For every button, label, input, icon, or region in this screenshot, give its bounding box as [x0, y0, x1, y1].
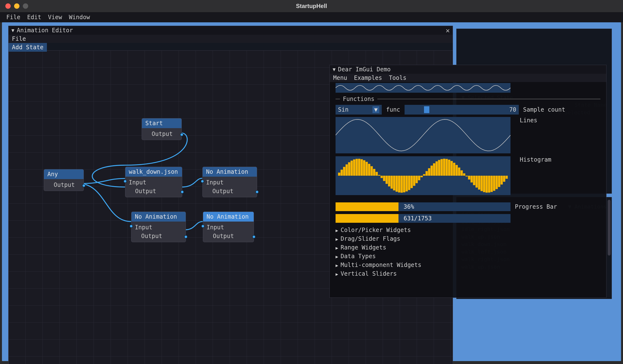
node-noanim-right[interactable]: No Animation Input Output — [202, 167, 257, 197]
port-output[interactable] — [252, 235, 256, 239]
svg-rect-17 — [378, 175, 380, 176]
func-combo[interactable]: Sin ▼ — [335, 105, 382, 115]
svg-rect-23 — [393, 176, 395, 190]
add-state-button[interactable]: Add State — [8, 43, 47, 52]
svg-rect-14 — [371, 166, 373, 176]
mini-plot — [335, 83, 511, 93]
svg-rect-50 — [460, 170, 463, 176]
port-input[interactable] — [201, 224, 205, 228]
imgui-demo-window[interactable]: ▼ Dear ImGui Demo Menu Examples Tools Fu… — [330, 65, 606, 298]
svg-rect-45 — [448, 160, 450, 176]
collapse-icon[interactable]: ▼ — [333, 66, 335, 72]
progress-count-text: 631/1753 — [403, 215, 432, 222]
svg-rect-4 — [346, 164, 348, 176]
port-output[interactable] — [180, 190, 184, 194]
svg-rect-20 — [386, 176, 388, 184]
svg-rect-3 — [343, 167, 345, 176]
lines-plot — [335, 117, 511, 153]
window-title: Animation Editor — [17, 27, 73, 34]
tree-item[interactable]: Drag/Slider Flags — [330, 234, 606, 243]
port-input[interactable] — [201, 180, 204, 183]
svg-rect-40 — [435, 161, 438, 176]
progress-bar-pct: 36% — [335, 202, 511, 211]
port-input[interactable] — [130, 224, 133, 228]
port-output[interactable] — [184, 235, 188, 239]
svg-rect-66 — [501, 176, 503, 184]
lines-label: Lines — [520, 117, 537, 124]
svg-rect-53 — [468, 176, 470, 180]
menu-edit[interactable]: Edit — [27, 14, 41, 21]
svg-rect-16 — [376, 172, 378, 176]
port-input[interactable] — [123, 180, 127, 183]
svg-rect-46 — [450, 161, 453, 176]
menu-file[interactable]: File — [6, 14, 21, 21]
svg-rect-49 — [458, 167, 460, 176]
svg-rect-54 — [470, 176, 473, 182]
func-combo-value: Sin — [338, 106, 348, 113]
tree-item[interactable]: Multi-component Widgets — [330, 261, 606, 269]
node-title: No Animation — [203, 212, 254, 222]
svg-rect-58 — [481, 176, 483, 191]
node-any[interactable]: Any Output — [44, 169, 84, 191]
node-output: Output — [206, 232, 250, 241]
node-input: Input — [206, 178, 253, 187]
progress-bar-count: 631/1753 — [335, 214, 511, 223]
port-output[interactable] — [180, 133, 183, 136]
node-walk-down[interactable]: walk_down.json Input Output — [125, 167, 182, 197]
node-start[interactable]: Start Output — [142, 118, 182, 140]
svg-rect-63 — [493, 176, 495, 191]
collapse-icon[interactable]: ▼ — [11, 27, 14, 33]
svg-rect-43 — [443, 159, 445, 176]
svg-rect-38 — [431, 165, 433, 176]
svg-rect-60 — [486, 176, 488, 193]
svg-rect-19 — [383, 176, 385, 181]
sample-count-label: Sample count — [523, 106, 565, 113]
node-noanim-selected[interactable]: No Animation Input Output — [203, 212, 254, 242]
tree-item[interactable]: Data Types — [330, 252, 606, 261]
node-output: Output — [47, 181, 80, 189]
demo-menu-menu[interactable]: Menu — [333, 75, 347, 81]
svg-rect-31 — [413, 176, 415, 186]
chevron-down-icon: ▼ — [373, 106, 379, 113]
close-icon[interactable]: ✕ — [446, 26, 450, 35]
demo-menu-examples[interactable]: Examples — [354, 75, 382, 81]
sample-count-slider[interactable]: 70 — [404, 105, 519, 115]
svg-rect-48 — [456, 165, 458, 176]
viewport: ▼ Selected State State Name No Animation… — [2, 22, 621, 361]
menu-view[interactable]: View — [48, 14, 62, 21]
svg-rect-8 — [356, 159, 358, 176]
svg-rect-68 — [505, 176, 508, 179]
svg-rect-1 — [338, 173, 340, 176]
svg-rect-30 — [411, 176, 413, 188]
node-output: Output — [135, 232, 182, 241]
port-output[interactable] — [82, 184, 86, 187]
svg-rect-6 — [351, 161, 353, 176]
svg-rect-22 — [390, 176, 393, 189]
tree-item[interactable]: Vertical Sliders — [330, 269, 606, 278]
svg-rect-32 — [416, 176, 418, 183]
menu-window[interactable]: Window — [69, 14, 90, 21]
svg-rect-2 — [341, 170, 343, 176]
port-output[interactable] — [255, 190, 259, 194]
svg-rect-57 — [478, 176, 480, 189]
svg-rect-41 — [438, 160, 440, 176]
svg-rect-24 — [396, 176, 398, 192]
node-noanim-bottom[interactable]: No Animation Input Output — [131, 212, 186, 242]
svg-rect-52 — [466, 176, 468, 176]
tree-item[interactable]: Range Widgets — [330, 243, 606, 252]
svg-rect-7 — [353, 160, 355, 176]
node-title: No Animation — [132, 212, 186, 222]
svg-rect-13 — [368, 164, 370, 176]
svg-rect-36 — [425, 171, 428, 176]
animeditor-menu-file[interactable]: File — [12, 35, 26, 42]
tree-item[interactable]: Color/Picker Widgets — [330, 226, 606, 234]
histogram-label: Histogram — [520, 156, 551, 163]
svg-rect-62 — [490, 176, 493, 192]
svg-rect-29 — [408, 176, 410, 190]
scrollbar[interactable] — [608, 200, 611, 256]
svg-rect-5 — [348, 162, 350, 176]
node-output: Output — [206, 187, 253, 196]
histogram-plot — [335, 156, 511, 195]
svg-rect-27 — [403, 176, 405, 192]
demo-menu-tools[interactable]: Tools — [389, 75, 406, 81]
